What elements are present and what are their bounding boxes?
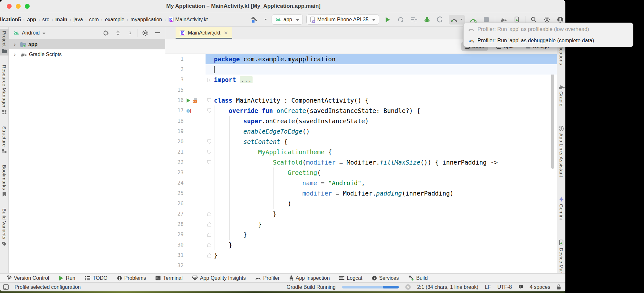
profiler-button-group[interactable] xyxy=(449,15,465,25)
fold-marker-icon[interactable] xyxy=(206,209,213,219)
override-icon[interactable] xyxy=(186,108,191,114)
fold-marker-icon xyxy=(206,178,213,188)
code-editor[interactable]: 1package com.example.myapplication23impo… xyxy=(165,54,557,273)
code-line[interactable]: 29 } xyxy=(165,229,557,240)
toolwindow-button-build[interactable]: Build xyxy=(408,275,428,281)
toolwindow-button-version-control[interactable]: Version Control xyxy=(7,275,49,281)
build-icon[interactable] xyxy=(250,15,259,25)
code-line[interactable]: 3import ... xyxy=(165,75,557,85)
device-select[interactable]: Medium Phone API 35 xyxy=(306,15,379,25)
compose-preview-icon[interactable]: <> xyxy=(192,97,198,103)
cancel-build-icon[interactable]: ✕ xyxy=(405,284,411,290)
breadcrumb-item[interactable]: lication5 xyxy=(0,17,21,23)
profiler-icon[interactable] xyxy=(449,15,459,25)
sidebar-item-label: Resource Manager xyxy=(2,65,7,107)
code-line[interactable]: 22 Scaffold(modifier = Modifier.fillMaxS… xyxy=(165,157,557,167)
sidebar-item-gradle[interactable]: Gradle xyxy=(557,82,566,109)
sidebar-item-app-links-assistant[interactable]: App Links Assistant xyxy=(557,123,566,179)
code-line[interactable]: 2 xyxy=(165,64,557,75)
run-button[interactable] xyxy=(383,15,392,25)
expand-all-button[interactable] xyxy=(113,28,123,38)
expand-chevron-icon[interactable]: › xyxy=(14,51,18,58)
code-line[interactable]: 23 Greeting( xyxy=(165,167,557,178)
menu-item-profiler-debuggable[interactable]: Profiler: Run 'app' as debuggable (compl… xyxy=(464,35,633,46)
attach-profiler-button[interactable] xyxy=(436,15,445,25)
sidebar-item-structure[interactable]: Structure xyxy=(0,124,9,156)
expand-chevron-icon[interactable]: › xyxy=(14,41,18,48)
breadcrumb-item[interactable]: main xyxy=(55,17,67,23)
code-line[interactable]: 19 enableEdgeToEdge() xyxy=(165,126,557,136)
fold-marker-icon[interactable] xyxy=(206,106,213,116)
indent-widget[interactable]: 4 spaces xyxy=(530,284,550,290)
panel-options-gear-icon[interactable] xyxy=(140,28,150,38)
fold-marker-icon[interactable] xyxy=(206,136,213,147)
locate-file-button[interactable] xyxy=(101,28,111,38)
profiler-dropdown-caret-icon[interactable] xyxy=(459,15,464,25)
code-line[interactable]: 20 setContent { xyxy=(165,136,557,147)
tree-row-gradle-scripts[interactable]: ›Gradle Scripts xyxy=(9,49,165,59)
fold-marker-icon[interactable] xyxy=(206,95,213,106)
toolwindow-button-logcat[interactable]: Logcat xyxy=(339,275,362,281)
toolwindow-button-terminal[interactable]: Terminal xyxy=(155,275,182,281)
run-with-coverage-icon[interactable] xyxy=(409,15,419,25)
fold-marker-icon[interactable] xyxy=(206,147,213,157)
warning-badge-icon[interactable] xyxy=(518,285,523,289)
fold-marker-icon[interactable] xyxy=(206,240,213,250)
breadcrumb-item[interactable]: com xyxy=(89,17,99,23)
build-dropdown-caret-icon[interactable] xyxy=(263,15,268,25)
collapse-all-button[interactable] xyxy=(125,28,135,38)
encoding-widget[interactable]: UTF-8 xyxy=(497,284,512,290)
sidebar-item-build-variants[interactable]: Build Variants xyxy=(0,206,9,248)
menu-item-profiler-profileable[interactable]: Profiler: Run 'app' as profileable (low … xyxy=(464,24,633,35)
code-line[interactable]: 30 } xyxy=(165,240,557,250)
tree-row-app[interactable]: ›app xyxy=(9,39,165,49)
code-line[interactable]: 32 xyxy=(165,260,557,271)
toolwindow-button-services[interactable]: Services xyxy=(372,275,399,281)
line-separator-widget[interactable]: LF xyxy=(485,284,491,290)
caret-position-widget[interactable]: 2:1 (34 chars, 1 line break) xyxy=(417,284,478,290)
sidebar-item-gemini[interactable]: Gemini xyxy=(557,194,566,222)
code-line[interactable]: 26 ) xyxy=(165,198,557,209)
fold-marker-icon[interactable] xyxy=(206,219,213,229)
close-tab-icon[interactable]: ✕ xyxy=(224,30,228,36)
code-line[interactable]: 15 xyxy=(165,85,557,95)
code-line[interactable]: 18 super.onCreate(savedInstanceState) xyxy=(165,116,557,126)
breadcrumb-item[interactable]: example xyxy=(105,17,124,23)
fold-marker-icon[interactable] xyxy=(206,75,213,85)
layout-widget-icon[interactable] xyxy=(3,284,9,290)
code-line[interactable]: 17 override fun onCreate(savedInstanceSt… xyxy=(165,106,557,116)
sidebar-item-project[interactable]: Project xyxy=(0,29,9,56)
project-view-selector[interactable]: Android xyxy=(22,30,40,36)
fold-marker-icon[interactable] xyxy=(206,157,213,167)
toolwindow-button-problems[interactable]: Problems xyxy=(117,275,146,281)
run-gutter-icon[interactable] xyxy=(186,98,191,103)
fold-marker-icon[interactable] xyxy=(206,250,213,260)
fold-marker-icon[interactable] xyxy=(206,229,213,240)
debug-button[interactable] xyxy=(422,15,432,25)
code-line[interactable]: 1package com.example.myapplication xyxy=(165,54,557,64)
run-configuration-select[interactable]: app xyxy=(272,15,303,25)
sidebar-item-resource-manager[interactable]: Resource Manager xyxy=(0,63,9,117)
sidebar-item-bookmarks[interactable]: Bookmarks xyxy=(0,163,9,199)
breadcrumb-item[interactable]: app xyxy=(27,17,36,23)
tab-mainactivity[interactable]: MainActivity.kt ✕ xyxy=(176,27,232,39)
rerun-button[interactable] xyxy=(396,15,406,25)
code-line[interactable]: 24 name = "Android", xyxy=(165,178,557,188)
code-line[interactable]: 16<>class MainActivity : ComponentActivi… xyxy=(165,95,557,106)
hide-panel-button[interactable] xyxy=(153,28,162,38)
breadcrumb-item[interactable]: MainActivity.kt xyxy=(168,17,208,23)
code-line[interactable]: 28 } xyxy=(165,219,557,229)
code-line[interactable]: 31} xyxy=(165,250,557,260)
toolwindow-button-app-inspection[interactable]: App Inspection xyxy=(289,275,330,281)
code-line[interactable]: 21 MyApplicationTheme { xyxy=(165,147,557,157)
breadcrumb-item[interactable]: java xyxy=(73,17,83,23)
toolwindow-button-profiler[interactable]: Profiler xyxy=(255,275,280,281)
code-line[interactable]: 25 modifier = Modifier.padding(innerPadd… xyxy=(165,188,557,198)
toolwindow-button-todo[interactable]: TODO xyxy=(85,275,108,281)
code-line[interactable]: 27 } xyxy=(165,209,557,219)
lock-icon[interactable] xyxy=(557,284,561,290)
breadcrumb-item[interactable]: myapplication xyxy=(130,17,162,23)
breadcrumb-item[interactable]: src xyxy=(42,17,49,23)
toolwindow-button-app-quality-insights[interactable]: App Quality Insights xyxy=(192,275,246,281)
toolwindow-button-run[interactable]: Run xyxy=(58,275,75,281)
